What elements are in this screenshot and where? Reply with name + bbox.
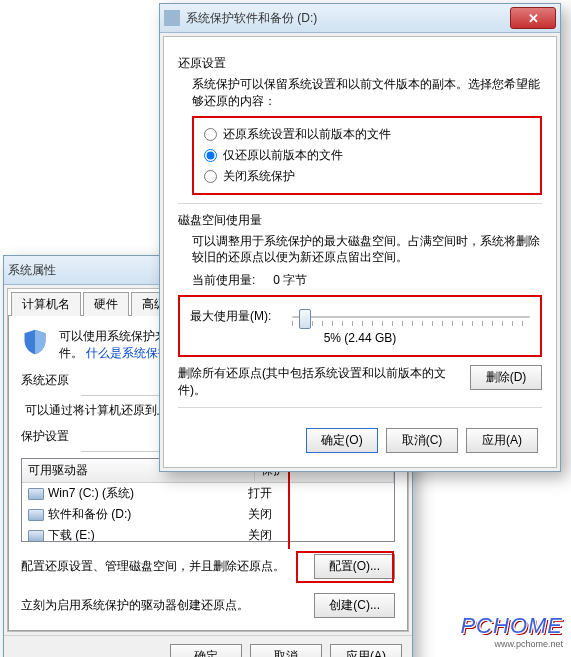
max-usage-value: 5% (2.44 GB) [190,331,530,345]
restore-options-group: 还原系统设置和以前版本的文件 仅还原以前版本的文件 关闭系统保护 [192,116,542,195]
configure-button[interactable]: 配置(O)... [314,554,395,579]
watermark-url: www.pchome.net [460,639,563,649]
watermark: PCHOME www.pchome.net [460,613,563,649]
max-usage-group: 最大使用量(M): 5% (2.44 GB) [178,295,542,357]
delete-description: 删除所有还原点(其中包括系统设置和以前版本的文件)。 [178,365,460,399]
drive-icon [28,488,44,500]
system-protection-config-window: 系统保护软件和备份 (D:) ✕ 还原设置 系统保护可以保留系统设置和以前文件版… [159,3,561,472]
current-usage-value: 0 字节 [273,272,307,289]
watermark-brand: PCHOME [460,613,563,638]
drive-row[interactable]: 下载 (E:) 关闭 [22,525,394,542]
max-usage-label: 最大使用量(M): [190,308,282,325]
ok-button[interactable]: 确定 [170,644,242,657]
current-usage-label: 当前使用量: [192,272,255,289]
delete-button[interactable]: 删除(D) [470,365,542,390]
dialog-buttons: 确定(O) 取消(C) 应用(A) [178,416,542,455]
shield-icon [21,328,49,356]
ok-button[interactable]: 确定(O) [306,428,378,453]
drive-icon [28,509,44,521]
create-description: 立刻为启用系统保护的驱动器创建还原点。 [21,597,304,614]
create-button[interactable]: 创建(C)... [314,593,395,618]
drive-icon [28,530,44,542]
disk-usage-text: 可以调整用于系统保护的最大磁盘空间。占满空间时，系统将删除较旧的还原点以便为新还… [192,233,542,267]
drive-row[interactable]: Win7 (C:) (系统) 打开 [22,483,394,504]
radio-restore-files-only[interactable]: 仅还原以前版本的文件 [204,145,530,166]
dialog-buttons: 确定 取消 应用(A) [4,635,412,657]
max-usage-slider[interactable] [292,307,530,327]
drive-row[interactable]: 软件和备份 (D:) 关闭 [22,504,394,525]
radio-restore-system-and-files[interactable]: 还原系统设置和以前版本的文件 [204,124,530,145]
restore-settings-heading: 还原设置 [178,55,542,72]
tab-hardware[interactable]: 硬件 [83,292,129,316]
cancel-button[interactable]: 取消 [250,644,322,657]
restore-settings-text: 系统保护可以保留系统设置和以前文件版本的副本。选择您希望能够还原的内容： [192,76,542,110]
titlebar[interactable]: 系统保护软件和备份 (D:) ✕ [160,4,560,33]
disk-usage-heading: 磁盘空间使用量 [178,212,542,229]
window-title: 系统保护软件和备份 (D:) [186,10,510,27]
close-button[interactable]: ✕ [510,7,556,29]
tab-computer-name[interactable]: 计算机名 [11,292,81,316]
apply-button[interactable]: 应用(A) [466,428,538,453]
slider-thumb[interactable] [299,309,311,329]
cancel-button[interactable]: 取消(C) [386,428,458,453]
radio-disable-protection[interactable]: 关闭系统保护 [204,166,530,187]
app-icon [164,10,180,26]
configure-description: 配置还原设置、管理磁盘空间，并且删除还原点。 [21,558,304,575]
apply-button[interactable]: 应用(A) [330,644,402,657]
